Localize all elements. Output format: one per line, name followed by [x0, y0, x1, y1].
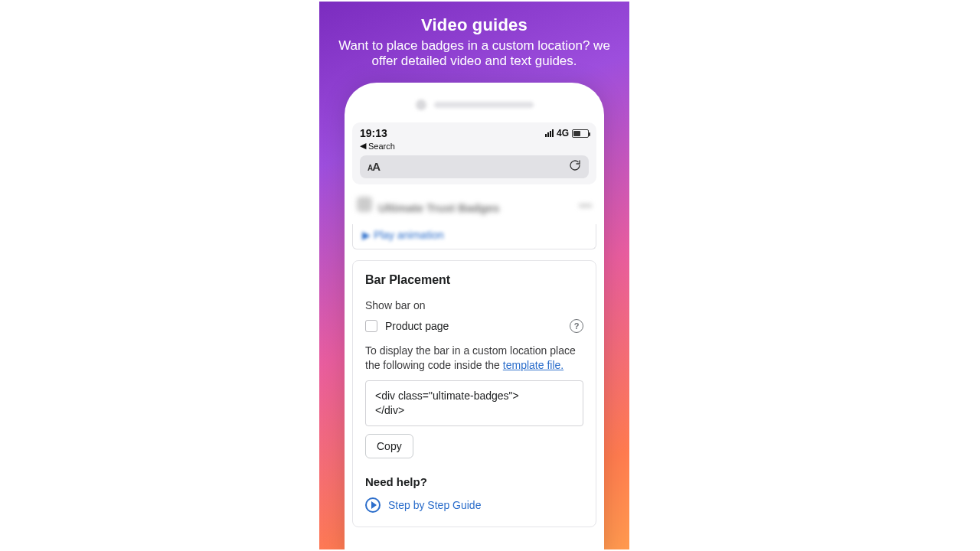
need-help-heading: Need help? — [365, 475, 583, 488]
app-header-blurred: Ultimate Trust Badges ••• — [352, 194, 596, 218]
promo-panel: Video guides Want to place badges in a c… — [319, 2, 629, 549]
promo-title: Video guides — [319, 15, 629, 35]
back-to-search[interactable]: ◀ Search — [360, 141, 589, 151]
blur-bar — [434, 102, 534, 108]
blur-dot — [416, 99, 426, 110]
text-size-icon[interactable]: AA — [368, 160, 380, 174]
reload-icon[interactable] — [569, 159, 581, 174]
template-file-link[interactable]: template file. — [503, 359, 564, 371]
product-page-checkbox[interactable] — [365, 320, 377, 332]
product-page-label: Product page — [385, 320, 449, 332]
back-label: Search — [368, 142, 395, 151]
custom-location-desc: To display the bar in a custom location … — [365, 344, 583, 373]
network-label: 4G — [557, 128, 569, 139]
battery-icon — [572, 129, 589, 138]
back-chevron-icon: ◀ — [360, 141, 366, 151]
url-bar[interactable]: AA — [360, 155, 589, 178]
play-animation-strip[interactable]: ▶ Play animation — [352, 224, 596, 249]
copy-button[interactable]: Copy — [365, 434, 413, 458]
status-right: 4G — [545, 128, 589, 139]
bar-placement-card: Bar Placement Show bar on Product page ?… — [352, 260, 596, 527]
code-snippet[interactable]: <div class="ultimate-badges"> </div> — [365, 380, 583, 426]
play-circle-icon — [365, 497, 381, 513]
browser-chrome: 19:13 4G ◀ Search AA — [352, 122, 596, 184]
card-title: Bar Placement — [365, 273, 583, 287]
status-time: 19:13 — [360, 127, 387, 139]
signal-icon — [545, 129, 554, 137]
phone-top-blur — [352, 93, 596, 116]
phone-frame: 19:13 4G ◀ Search AA — [345, 83, 604, 549]
help-icon[interactable]: ? — [570, 319, 583, 333]
guide-link-label: Step by Step Guide — [388, 499, 481, 511]
promo-subtitle: Want to place badges in a custom locatio… — [319, 38, 629, 70]
step-by-step-guide[interactable]: Step by Step Guide — [365, 497, 583, 513]
show-bar-on-label: Show bar on — [365, 299, 583, 311]
